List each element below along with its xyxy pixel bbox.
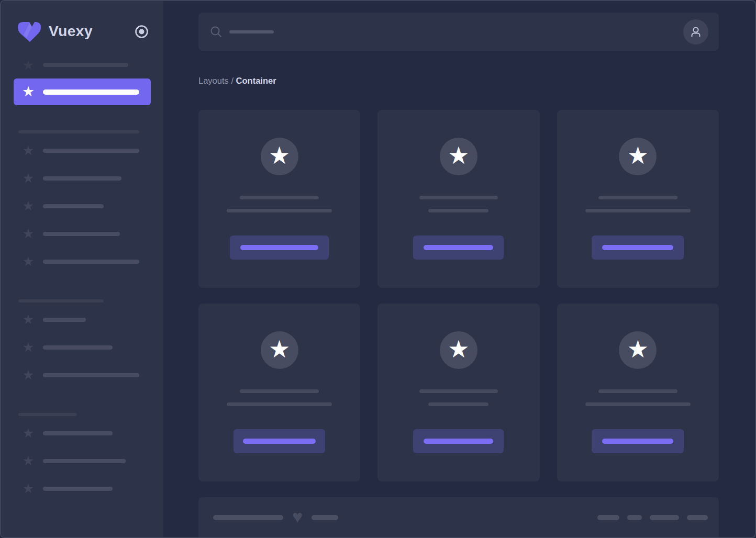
star-icon: ★ [269, 143, 290, 167]
card-badge-circle: ★ [440, 331, 477, 369]
card: ★ [198, 304, 360, 481]
bottom-card-right [597, 515, 708, 520]
menu-section: ★★★★★ [1, 130, 163, 275]
menu-label-placeholder [43, 204, 104, 208]
card: ★ [377, 110, 539, 288]
sidebar-item[interactable]: ★ [1, 137, 163, 164]
star-icon: ★ [22, 313, 35, 326]
sidebar-item[interactable]: ★ [1, 58, 163, 72]
bottom-meta-placeholder [627, 515, 642, 520]
bottom-card-left: ♥ [213, 509, 338, 526]
vuexy-logo-icon [16, 20, 43, 42]
star-icon: ★ [269, 337, 290, 361]
star-icon: ★ [448, 143, 469, 167]
star-icon: ★ [22, 227, 35, 240]
menu-section-header-placeholder [18, 413, 77, 416]
sidebar-item[interactable]: ★ [1, 333, 163, 361]
menu-label-placeholder [43, 176, 121, 181]
button-label-placeholder [424, 439, 493, 444]
sidebar-item[interactable]: ★ [1, 447, 163, 475]
card-action-button[interactable] [230, 236, 329, 260]
bottom-text-placeholder [213, 515, 283, 520]
card-badge-circle: ★ [619, 331, 657, 369]
star-icon: ★ [22, 59, 35, 72]
star-icon: ★ [627, 143, 649, 167]
sidebar-item[interactable]: ★ [1, 220, 163, 248]
star-icon: ★ [22, 482, 35, 495]
star-icon: ★ [22, 144, 35, 157]
search-placeholder-bar [229, 30, 274, 33]
card-badge-circle: ★ [261, 331, 298, 369]
star-icon: ★ [22, 368, 35, 382]
card-subtitle-placeholder [428, 209, 488, 212]
card: ★ [557, 110, 719, 288]
breadcrumb-current: Container [236, 76, 276, 85]
menu-label-placeholder [43, 487, 113, 491]
card-subtitle-placeholder [227, 402, 332, 406]
bottom-meta-placeholder [687, 515, 708, 520]
sidebar-item[interactable]: ★ [1, 192, 163, 220]
sidebar: Vuexy ★★★★★★★★★★★★★ [1, 1, 163, 537]
breadcrumb: Layouts / Container [198, 75, 719, 86]
menu-pin-toggle-icon[interactable] [135, 25, 149, 39]
card: ★ [557, 304, 719, 481]
card-action-button[interactable] [234, 429, 325, 453]
menu-section-header-placeholder [18, 299, 104, 302]
menu-label-placeholder [43, 318, 86, 322]
star-icon: ★ [22, 427, 35, 440]
heart-icon[interactable]: ♥ [292, 508, 303, 525]
person-icon [689, 25, 703, 39]
menu-label-placeholder [43, 345, 113, 350]
menu-section-items: ★★★ [1, 306, 163, 389]
menu-section: ★★★ [1, 299, 163, 389]
bottom-meta-placeholder [597, 515, 619, 520]
button-label-placeholder [602, 439, 673, 444]
menu-section-items: ★★★★★ [1, 137, 163, 275]
card-title-placeholder [419, 389, 498, 393]
menu-label-placeholder [43, 431, 113, 435]
menu-section-items: ★★★ [1, 419, 163, 502]
sidebar-item-active[interactable]: ★ [14, 79, 151, 105]
menu-label-placeholder [43, 89, 139, 95]
menu-label-placeholder [43, 373, 139, 377]
bottom-meta-placeholder [650, 515, 679, 520]
card-title-placeholder [598, 389, 677, 393]
search-icon [210, 26, 222, 38]
main-content: Layouts / Container ★★★★★★ ♥ [163, 1, 755, 537]
brand-title: Vuexy [49, 23, 93, 40]
card-badge-circle: ★ [261, 138, 298, 175]
sidebar-item[interactable]: ★ [1, 248, 163, 275]
card-action-button[interactable] [592, 429, 684, 453]
card-title-placeholder [419, 196, 498, 199]
card-badge-circle: ★ [440, 138, 477, 175]
star-icon: ★ [22, 255, 35, 268]
star-icon: ★ [22, 172, 35, 185]
star-icon: ★ [22, 85, 35, 99]
card-title-placeholder [240, 196, 319, 199]
sidebar-item[interactable]: ★ [1, 306, 163, 333]
menu-label-placeholder [43, 149, 139, 153]
sidebar-item[interactable]: ★ [1, 419, 163, 447]
sidebar-item[interactable]: ★ [1, 361, 163, 389]
user-avatar-button[interactable] [683, 19, 708, 44]
sidebar-item[interactable]: ★ [1, 164, 163, 192]
card-title-placeholder [240, 389, 319, 393]
card-action-button[interactable] [413, 429, 504, 453]
button-label-placeholder [602, 245, 673, 250]
card-action-button[interactable] [413, 236, 504, 260]
sidebar-item[interactable]: ★ [1, 475, 163, 502]
star-icon: ★ [22, 454, 35, 467]
star-icon: ★ [22, 341, 35, 354]
button-label-placeholder [424, 245, 493, 250]
star-icon: ★ [448, 337, 469, 361]
card-title-placeholder [598, 196, 677, 199]
breadcrumb-section[interactable]: Layouts [198, 76, 229, 85]
card: ★ [377, 304, 539, 481]
card-grid: ★★★★★★ [198, 110, 719, 481]
card-action-button[interactable] [592, 236, 684, 260]
menu-label-placeholder [43, 232, 120, 236]
menu-section: ★★★ [1, 413, 163, 502]
search-bar[interactable] [198, 13, 719, 51]
card-subtitle-placeholder [227, 209, 332, 212]
sidebar-header: Vuexy [1, 1, 163, 42]
